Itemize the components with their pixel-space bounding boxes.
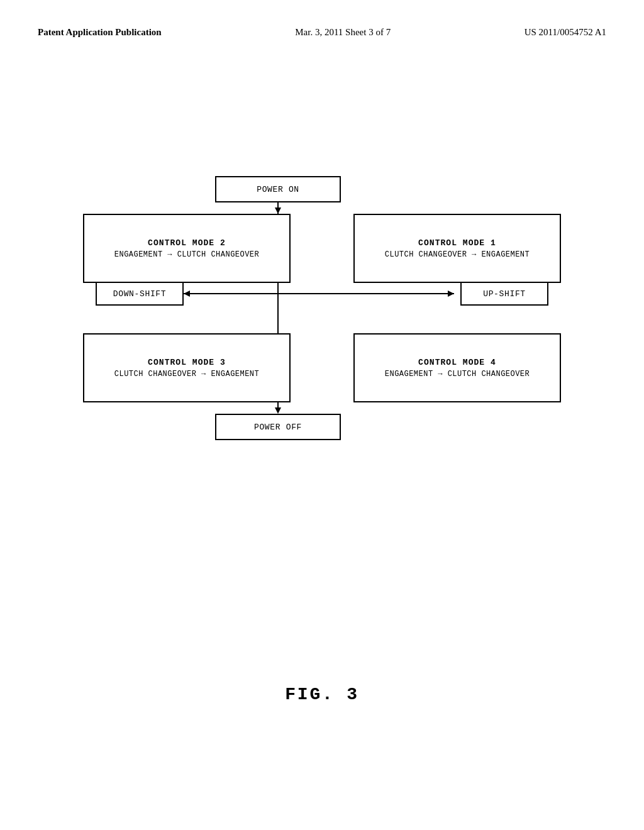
up-shift-box: UP-SHIFT [460,282,548,306]
down-shift-box: DOWN-SHIFT [96,282,184,306]
power-on-box: POWER ON [215,176,341,202]
up-shift-label: UP-SHIFT [483,289,526,299]
header-right: US 2011/0054752 A1 [525,25,606,40]
header-left: Patent Application Publication [38,25,162,40]
control-mode-1-box: CONTROL MODE 1 CLUTCH CHANGEOVER → ENGAG… [353,214,561,283]
publication-label: Patent Application Publication [38,27,162,37]
control-mode-4-sub: ENGAGEMENT → CLUTCH CHANGEOVER [385,370,530,379]
control-mode-4-title: CONTROL MODE 4 [418,358,496,367]
control-mode-2-sub: ENGAGEMENT → CLUTCH CHANGEOVER [114,250,259,259]
page-header: Patent Application Publication Mar. 3, 2… [38,25,606,40]
control-mode-4-box: CONTROL MODE 4 ENGAGEMENT → CLUTCH CHANG… [353,333,561,402]
control-mode-1-sub: CLUTCH CHANGEOVER → ENGAGEMENT [385,250,530,259]
svg-marker-8 [184,290,190,297]
svg-marker-3 [275,407,281,414]
power-off-label: POWER OFF [254,423,302,432]
control-mode-3-box: CONTROL MODE 3 CLUTCH CHANGEOVER → ENGAG… [83,333,291,402]
power-off-box: POWER OFF [215,414,341,440]
control-mode-2-box: CONTROL MODE 2 ENGAGEMENT → CLUTCH CHANG… [83,214,291,283]
date-sheet-label: Mar. 3, 2011 Sheet 3 of 7 [295,27,391,37]
control-mode-3-sub: CLUTCH CHANGEOVER → ENGAGEMENT [114,370,259,379]
header-center: Mar. 3, 2011 Sheet 3 of 7 [295,25,391,40]
control-mode-3-title: CONTROL MODE 3 [148,358,226,367]
patent-number-label: US 2011/0054752 A1 [525,27,606,37]
svg-marker-6 [448,290,454,297]
svg-marker-1 [275,208,281,214]
control-mode-1-title: CONTROL MODE 1 [418,238,496,248]
power-on-label: POWER ON [257,185,299,194]
diagram-area: POWER ON POWER OFF DOWN-SHIFT UP-SHIFT C… [77,176,567,440]
down-shift-label: DOWN-SHIFT [113,289,167,299]
fig-label: FIG. 3 [285,685,359,704]
control-mode-2-title: CONTROL MODE 2 [148,238,226,248]
page: Patent Application Publication Mar. 3, 2… [0,0,644,830]
